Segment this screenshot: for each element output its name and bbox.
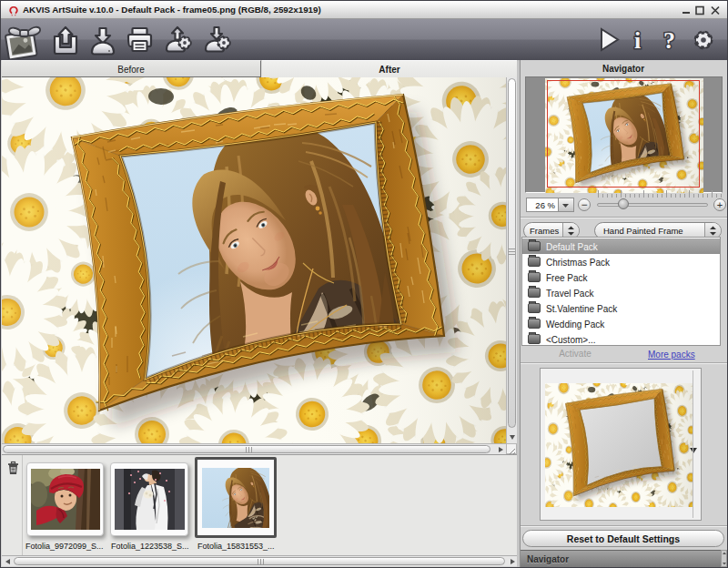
svg-text:i: i [634, 27, 641, 53]
svg-text:?: ? [663, 27, 675, 53]
